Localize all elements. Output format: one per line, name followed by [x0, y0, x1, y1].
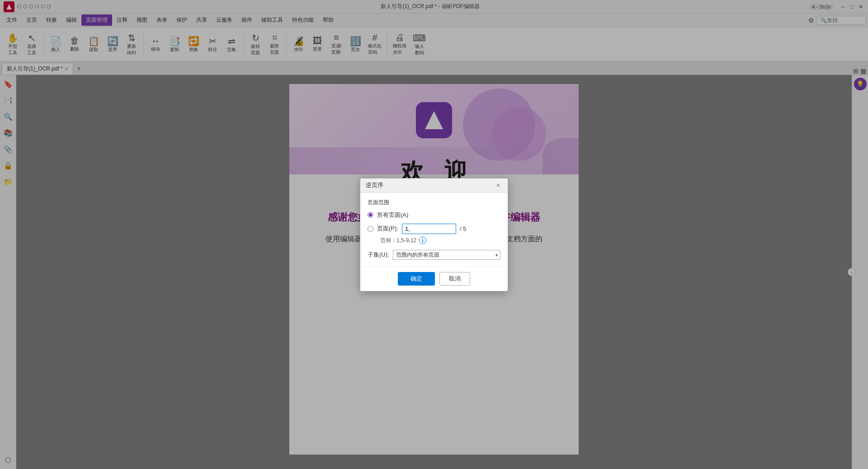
page-total-label: / 5 — [460, 225, 466, 232]
subset-row: 子集(U): 范围内的所有页面 奇数页 偶数页 — [368, 250, 500, 260]
page-range-input[interactable] — [402, 224, 456, 234]
modal-header: 逆页序 × — [360, 178, 508, 192]
page-input-row: / 5 — [402, 224, 466, 234]
modal-title: 逆页序 — [366, 181, 383, 189]
reverse-pages-dialog: 逆页序 × 页面范围 所有页面(A) 页面(P): / 5 — [360, 178, 508, 291]
modal-overlay: 逆页序 × 页面范围 所有页面(A) 页面(P): / 5 — [0, 0, 868, 469]
radio-page-label[interactable]: 页面(P): — [377, 225, 398, 233]
modal-close-button[interactable]: × — [494, 181, 502, 189]
info-icon[interactable]: ℹ — [419, 237, 426, 244]
page-range-section-title: 页面范围 — [368, 199, 500, 206]
radio-all-pages-label[interactable]: 所有页面(A) — [377, 211, 408, 219]
ok-button[interactable]: 确定 — [398, 272, 435, 286]
subset-label: 子集(U): — [368, 251, 389, 259]
subset-select[interactable]: 范围内的所有页面 奇数页 偶数页 — [393, 250, 500, 260]
modal-footer: 确定 取消 — [360, 266, 508, 291]
modal-body: 页面范围 所有页面(A) 页面(P): / 5 范例：1,5-9,12 ℹ — [360, 192, 508, 266]
range-hint-text: 范例：1,5-9,12 — [380, 237, 416, 244]
radio-all-pages-row: 所有页面(A) — [368, 211, 500, 219]
radio-all-pages[interactable] — [368, 212, 373, 218]
radio-page-range-row: 页面(P): / 5 — [368, 224, 500, 234]
radio-page-range[interactable] — [368, 226, 373, 232]
cancel-button[interactable]: 取消 — [439, 272, 470, 286]
range-hint: 范例：1,5-9,12 ℹ — [380, 237, 500, 244]
subset-select-wrap: 范围内的所有页面 奇数页 偶数页 — [393, 250, 500, 260]
